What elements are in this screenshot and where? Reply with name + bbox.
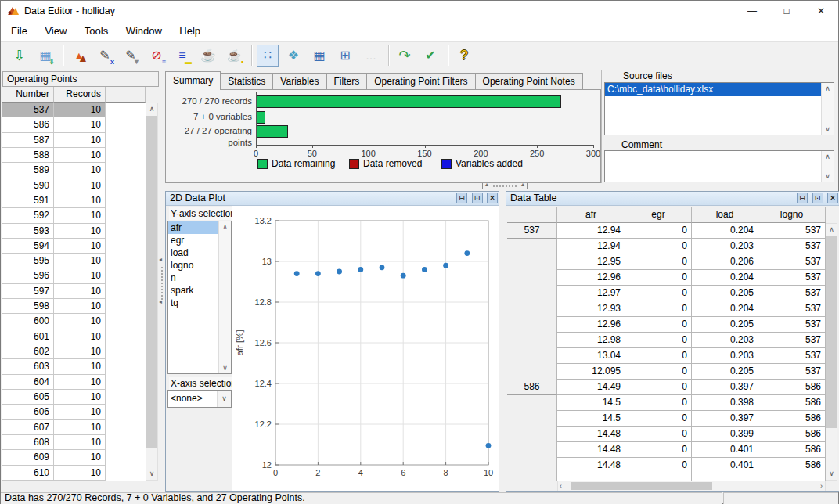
operating-points-scrollbar[interactable]: ∧ ∨ xyxy=(146,103,158,481)
data-table-cell[interactable]: 12.96 xyxy=(557,317,625,333)
operating-point-row[interactable]: 59510 xyxy=(2,254,146,268)
source-files-scrollbar[interactable]: ∧ ∨ xyxy=(821,83,834,135)
tab-summary[interactable]: Summary xyxy=(165,71,221,90)
operating-point-row[interactable]: 58710 xyxy=(2,133,146,148)
splitter-handle[interactable] xyxy=(493,185,517,187)
y-axis-option-tq[interactable]: tq xyxy=(168,297,219,309)
data-table-cell[interactable]: 586 xyxy=(758,411,826,427)
scroll-up-icon[interactable]: ∧ xyxy=(822,151,834,162)
data-table-cell[interactable]: 537 xyxy=(758,223,826,239)
data-table-cell[interactable] xyxy=(557,473,625,481)
data-table-cell[interactable]: 0.203 xyxy=(692,333,758,348)
comment-input[interactable]: ∧ ∨ xyxy=(604,150,834,182)
y-axis-option-load[interactable]: load xyxy=(168,247,219,259)
scroll-thumb[interactable] xyxy=(571,482,712,490)
data-table-cell[interactable]: 12.98 xyxy=(557,333,625,348)
data-table-cell[interactable]: 0 xyxy=(625,395,692,411)
operating-point-row[interactable]: 58910 xyxy=(2,163,146,178)
operating-point-row[interactable]: 58810 xyxy=(2,148,146,163)
scroll-left-icon[interactable]: ‹ xyxy=(560,481,562,491)
data-table-cell[interactable]: 537 xyxy=(758,301,826,317)
data-table-horizontal-scrollbar[interactable]: ‹ › xyxy=(557,481,826,491)
data-table-cell[interactable]: 0 xyxy=(625,301,692,317)
menu-help[interactable]: Help xyxy=(172,21,207,41)
operating-point-row[interactable]: 60110 xyxy=(2,329,146,344)
operating-point-row[interactable]: 59810 xyxy=(2,299,146,314)
source-files-list[interactable]: C:\mbc_data\holliday.xlsx ∧ ∨ xyxy=(604,82,834,135)
data-table-cell[interactable]: 0.204 xyxy=(692,223,758,239)
operating-point-row[interactable]: 59710 xyxy=(2,284,146,299)
data-table-cell[interactable]: 0.205 xyxy=(692,317,758,333)
data-table-cell[interactable]: 0 xyxy=(625,317,692,333)
splitter-collapse-up-icon[interactable]: ▴ xyxy=(485,181,488,188)
tab-operating-point-notes[interactable]: Operating Point Notes xyxy=(475,73,583,90)
data-table-cell[interactable]: 537 xyxy=(758,317,826,333)
help-button[interactable]: ? xyxy=(453,45,475,67)
comment-scrollbar[interactable]: ∧ ∨ xyxy=(821,151,834,182)
data-table-cell[interactable]: 0 xyxy=(625,427,692,442)
data-table-cell[interactable]: 0.205 xyxy=(692,364,758,380)
operating-point-row[interactable]: 59310 xyxy=(2,224,146,239)
data-table-cell[interactable]: 586 xyxy=(758,458,826,473)
table-view-button[interactable]: ▦ xyxy=(308,45,330,67)
data-table-cell[interactable]: 12.95 xyxy=(557,254,625,270)
operating-point-row[interactable]: 59610 xyxy=(2,268,146,283)
horizontal-splitter[interactable]: ▴ ▴ xyxy=(482,182,528,189)
data-table-cell[interactable] xyxy=(625,473,692,481)
data-table-cell[interactable]: 12.93 xyxy=(557,301,625,317)
data-table-cell[interactable]: 14.5 xyxy=(557,395,625,411)
data-table-cell[interactable]: 12.095 xyxy=(557,364,625,380)
column-header-afr[interactable]: afr xyxy=(557,207,625,223)
splitter-handle[interactable] xyxy=(161,267,163,300)
y-axis-option-logno[interactable]: logno xyxy=(168,259,219,272)
scroll-down-icon[interactable]: ∨ xyxy=(822,171,834,182)
scroll-down-icon[interactable]: ∨ xyxy=(826,468,837,480)
plot-3d-view-button[interactable]: ❖ xyxy=(283,45,304,67)
scroll-down-icon[interactable]: ∨ xyxy=(822,124,834,135)
data-table-cell[interactable]: 537 xyxy=(758,270,826,286)
bad-data-removal-button[interactable]: ⊘≡ xyxy=(146,45,167,67)
operating-point-row[interactable]: 58610 xyxy=(2,117,146,132)
operating-point-row[interactable]: 59010 xyxy=(2,178,146,193)
scroll-up-icon[interactable]: ∧ xyxy=(826,224,837,236)
y-axis-option-afr[interactable]: afr xyxy=(168,221,219,234)
data-table-cell[interactable]: 0 xyxy=(625,442,692,458)
scroll-right-icon[interactable]: › xyxy=(820,481,823,491)
data-table-cell[interactable]: 0.401 xyxy=(692,442,758,458)
panel-close-icon[interactable]: ✕ xyxy=(827,193,838,203)
data-table-vertical-scrollbar[interactable]: ∧ ∨ xyxy=(826,223,837,481)
data-table-cell[interactable]: 0.397 xyxy=(692,380,758,395)
splitter-collapse-left-icon[interactable]: ◂ xyxy=(159,298,162,305)
data-table-cell[interactable]: 0 xyxy=(625,270,692,286)
menu-window[interactable]: Window xyxy=(119,21,169,41)
splitter-collapse-up-icon[interactable]: ▴ xyxy=(521,181,524,188)
data-table-cell[interactable]: 0 xyxy=(625,254,692,270)
data-table-cell[interactable]: 12.97 xyxy=(557,286,625,301)
maximize-button[interactable]: □ xyxy=(769,1,804,21)
data-table-cell[interactable]: 537 xyxy=(758,348,826,364)
operating-point-row[interactable]: 53710 xyxy=(2,103,146,117)
data-table-cell[interactable]: 14.48 xyxy=(557,427,625,442)
import-file-button[interactable]: ⇩ xyxy=(9,45,31,67)
source-file-item[interactable]: C:\mbc_data\holliday.xlsx xyxy=(605,83,822,96)
scatter-view-button[interactable]: ∷ xyxy=(257,45,279,67)
data-table-cell[interactable]: 0.398 xyxy=(692,395,758,411)
notes-view-button[interactable]: … xyxy=(360,45,382,67)
x-axis-selection-dropdown[interactable]: <none> ∨ xyxy=(167,390,232,408)
data-table-cell[interactable]: 537 xyxy=(758,364,826,380)
export-data-button[interactable]: ↷ xyxy=(394,45,416,67)
scroll-down-icon[interactable]: ∨ xyxy=(219,362,231,373)
data-table-cell[interactable]: 0.205 xyxy=(692,286,758,301)
y-axis-selection-list[interactable]: afregrloadlognonsparktq ∧ ∨ xyxy=(167,221,232,374)
close-button[interactable]: ✕ xyxy=(804,1,838,21)
data-table-cell[interactable]: 0 xyxy=(625,286,692,301)
data-table-cell[interactable]: 12.94 xyxy=(557,239,625,254)
scroll-thumb[interactable] xyxy=(826,236,837,428)
data-table-cell[interactable]: 0.401 xyxy=(692,458,758,473)
data-table-cell[interactable]: 0 xyxy=(625,411,692,427)
data-table-cell[interactable]: 12.96 xyxy=(557,270,625,286)
y-axis-option-spark[interactable]: spark xyxy=(168,284,219,297)
panel-close-icon[interactable]: ✕ xyxy=(487,193,498,203)
edit-filters-button[interactable]: ✎▼ xyxy=(120,45,142,67)
split-view-button[interactable]: ⊞ xyxy=(334,45,356,67)
